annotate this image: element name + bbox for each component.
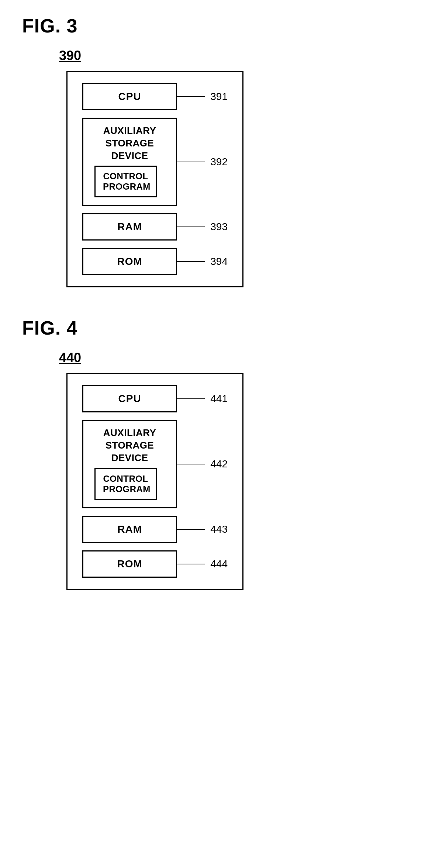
- figure-3-ref-label: 390: [59, 48, 81, 63]
- ref-391: 391: [210, 91, 228, 103]
- cpu-box-2: CPU: [82, 385, 177, 412]
- ref-line-391: [177, 93, 210, 100]
- figure-4-ref-label: 440: [59, 350, 81, 366]
- ref-441: 441: [210, 393, 228, 405]
- ref-392: 392: [210, 156, 228, 168]
- ref-line-443: [177, 526, 210, 533]
- figure-4-diagram: CPU 441 AUXILIARY STORAGE DEVICE CONTROL…: [66, 373, 243, 589]
- figure-3-title: FIG. 3: [22, 15, 77, 37]
- figure-3: FIG. 3 390 CPU 391 AUXILIARY STORAGE DEV…: [22, 15, 403, 287]
- aux-title-2: AUXILIARY STORAGE DEVICE: [91, 427, 169, 464]
- ref-443: 443: [210, 523, 228, 535]
- ref-line-441: [177, 395, 210, 402]
- rom-box-1: ROM: [82, 248, 177, 275]
- figure-4-title: FIG. 4: [22, 317, 77, 339]
- figure-4: FIG. 4 440 CPU 441 AUXILIARY STORAGE DEV…: [22, 317, 403, 589]
- aux-box-1: AUXILIARY STORAGE DEVICE CONTROL PROGRAM: [82, 118, 177, 206]
- ref-line-392: [177, 158, 210, 166]
- ram-box-1: RAM: [82, 213, 177, 241]
- ref-line-394: [177, 258, 210, 265]
- figure-3-outer-box: CPU 391 AUXILIARY STORAGE DEVICE CONTROL…: [66, 71, 243, 287]
- ram-box-2: RAM: [82, 516, 177, 543]
- figure-3-diagram: CPU 391 AUXILIARY STORAGE DEVICE CONTROL…: [66, 71, 243, 287]
- rom-box-2: ROM: [82, 550, 177, 578]
- cpu-box-1: CPU: [82, 83, 177, 110]
- ref-line-442: [177, 460, 210, 468]
- figure-4-outer-box: CPU 441 AUXILIARY STORAGE DEVICE CONTROL…: [66, 373, 243, 589]
- ref-394: 394: [210, 256, 228, 267]
- ref-line-444: [177, 560, 210, 568]
- ref-442: 442: [210, 458, 228, 470]
- aux-inner-2: CONTROL PROGRAM: [94, 468, 157, 500]
- ref-444: 444: [210, 558, 228, 570]
- aux-box-2: AUXILIARY STORAGE DEVICE CONTROL PROGRAM: [82, 420, 177, 508]
- aux-inner-1: CONTROL PROGRAM: [94, 166, 157, 197]
- aux-title-1: AUXILIARY STORAGE DEVICE: [91, 125, 169, 162]
- ref-393: 393: [210, 221, 228, 233]
- ref-line-393: [177, 223, 210, 231]
